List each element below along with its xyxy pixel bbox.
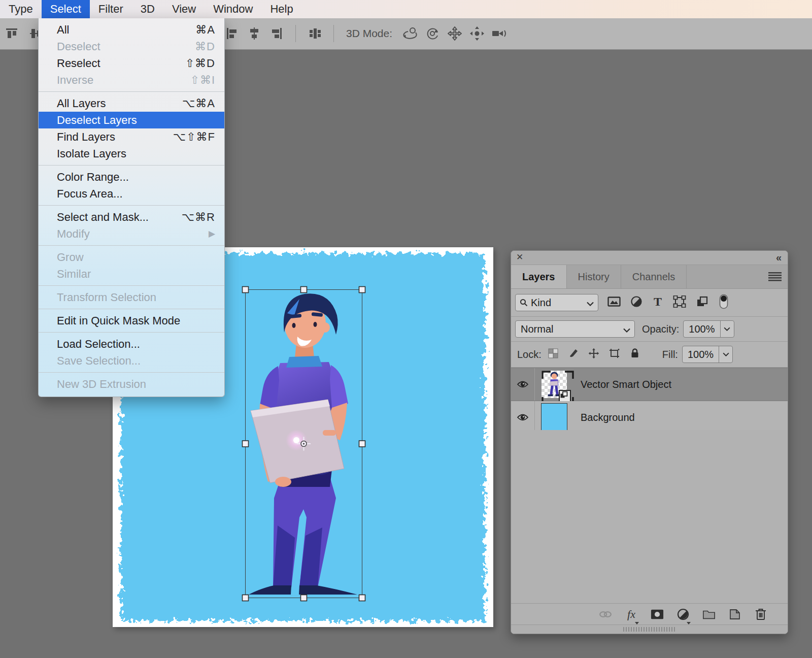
transform-handle-e[interactable]	[359, 441, 365, 447]
layer-thumbnail[interactable]	[542, 371, 567, 398]
menu-item-label: All Layers	[57, 97, 182, 110]
tab-channels[interactable]: Channels	[621, 265, 687, 288]
menu-item-label: Load Selection...	[57, 338, 215, 351]
align-right-edges-icon[interactable]	[268, 25, 285, 42]
menu-select[interactable]: Select	[42, 0, 90, 18]
svg-text:T: T	[654, 295, 662, 308]
layer-row-vector-smart-object[interactable]: Vector Smart Object	[511, 368, 788, 401]
delete-layer-trash-icon[interactable]	[754, 608, 767, 621]
menu-item-color-range[interactable]: Color Range...	[39, 169, 224, 185]
orbit-3d-camera-icon[interactable]	[401, 25, 419, 42]
chevron-down-icon[interactable]	[719, 346, 732, 363]
menu-item-shortcut: ⌥⇧⌘F	[173, 130, 215, 144]
menu-item-select-and-mask[interactable]: Select and Mask...⌥⌘R	[39, 209, 224, 225]
visibility-eye-icon[interactable]	[511, 368, 535, 401]
filter-pixel-layers-icon[interactable]	[607, 295, 621, 310]
menu-item-find-layers[interactable]: Find Layers⌥⇧⌘F	[39, 128, 224, 145]
menu-item-reselect[interactable]: Reselect⇧⌘D	[39, 55, 224, 72]
menu-filter[interactable]: Filter	[90, 0, 132, 18]
menu-bar: Type Select Filter 3D View Window Help	[0, 0, 812, 18]
menu-item-deselect: Deselect⌘D	[39, 38, 224, 55]
menu-item-deselect-layers[interactable]: Deselect Layers	[39, 112, 224, 128]
lock-pixels-brush-icon[interactable]	[568, 348, 579, 361]
transform-handle-s[interactable]	[301, 595, 307, 601]
layer-thumbnail[interactable]	[541, 403, 567, 432]
menu-separator	[39, 91, 224, 92]
transform-handle-n[interactable]	[301, 287, 307, 293]
menu-item-label: Grow	[57, 251, 215, 264]
panel-title-bar: ✕ «	[511, 251, 788, 265]
transform-handle-se[interactable]	[359, 595, 365, 601]
lock-row: Lock: Fill: 100%	[511, 342, 788, 368]
layer-row-background[interactable]: Background	[511, 401, 788, 434]
kind-filter-dropdown[interactable]: Kind	[515, 294, 598, 311]
slide-3d-camera-icon[interactable]	[468, 25, 486, 42]
transform-handle-nw[interactable]	[243, 287, 249, 293]
tab-layers[interactable]: Layers	[511, 265, 567, 288]
menu-item-edit-in-quick-mask-mode[interactable]: Edit in Quick Mask Mode	[39, 312, 224, 329]
new-layer-icon[interactable]	[728, 608, 741, 621]
lock-all-icon[interactable]	[630, 348, 640, 361]
menu-3d[interactable]: 3D	[132, 0, 163, 18]
blend-row: Normal Opacity: 100%	[511, 317, 788, 342]
align-horizontal-centers-icon[interactable]	[246, 25, 263, 42]
fill-label: Fill:	[662, 349, 678, 360]
menu-item-label: All	[57, 23, 195, 37]
distribute-horizontal-centers-icon[interactable]	[306, 25, 323, 42]
chevron-down-icon[interactable]	[720, 321, 734, 337]
3d-mode-label: 3D Mode:	[346, 27, 392, 40]
menu-item-label: New 3D Extrusion	[57, 378, 215, 391]
menu-item-label: Similar	[57, 268, 215, 281]
photoshop-workspace: 3D Mode: Type Select Filter 3D View Wind…	[0, 0, 812, 658]
layer-style-fx-icon[interactable]: fx	[625, 608, 638, 621]
zoom-3d-camera-icon[interactable]	[491, 25, 508, 42]
filter-smart-objects-icon[interactable]	[696, 295, 709, 310]
pan-3d-camera-icon[interactable]	[446, 25, 463, 42]
panel-resize-grip[interactable]	[511, 624, 788, 634]
filter-toggle-icon[interactable]	[719, 294, 729, 311]
chevron-down-icon	[587, 297, 594, 309]
fill-input[interactable]: 100%	[682, 346, 733, 363]
lock-position-icon[interactable]	[588, 348, 599, 361]
menu-separator	[39, 245, 224, 246]
menu-item-all-layers[interactable]: All Layers⌥⌘A	[39, 95, 224, 112]
transform-handle-sw[interactable]	[243, 595, 249, 601]
close-icon[interactable]: ✕	[516, 252, 523, 262]
menu-item-label: Reselect	[57, 57, 185, 70]
menu-help[interactable]: Help	[261, 0, 301, 18]
filter-adjustment-layers-icon[interactable]	[630, 295, 642, 310]
menu-item-load-selection[interactable]: Load Selection...	[39, 336, 224, 352]
link-layers-icon[interactable]	[599, 608, 612, 621]
lock-artboard-icon[interactable]	[608, 348, 621, 361]
blend-mode-dropdown[interactable]: Normal	[515, 320, 635, 338]
filter-type-layers-icon[interactable]: T	[652, 295, 663, 310]
menu-item-label: Inverse	[57, 74, 190, 87]
adjustment-layer-icon[interactable]	[676, 608, 690, 621]
lock-transparency-icon[interactable]	[548, 348, 559, 361]
filter-shape-layers-icon[interactable]	[673, 295, 686, 310]
new-group-folder-icon[interactable]	[702, 608, 716, 621]
menu-item-shortcut: ⇧⌘I	[190, 74, 215, 87]
menu-item-grow: Grow	[39, 249, 224, 266]
opacity-label: Opacity:	[642, 323, 679, 335]
menu-item-focus-area[interactable]: Focus Area...	[39, 185, 224, 202]
menu-view[interactable]: View	[163, 0, 205, 18]
tab-history[interactable]: History	[567, 265, 621, 288]
menu-item-all[interactable]: All⌘A	[39, 21, 224, 38]
menu-item-transform-selection: Transform Selection	[39, 289, 224, 306]
transform-handle-ne[interactable]	[359, 287, 365, 293]
menu-window[interactable]: Window	[205, 0, 261, 18]
align-top-edges-icon[interactable]	[3, 25, 20, 42]
panel-menu-icon[interactable]	[768, 272, 782, 283]
roll-3d-camera-icon[interactable]	[424, 25, 441, 42]
add-layer-mask-icon[interactable]	[651, 608, 664, 621]
visibility-eye-icon[interactable]	[511, 401, 535, 434]
collapse-panel-icon[interactable]: «	[776, 252, 781, 264]
menu-item-shortcut: ⌥⌘A	[182, 97, 215, 110]
menu-type[interactable]: Type	[0, 0, 42, 18]
opacity-input[interactable]: 100%	[683, 320, 734, 338]
align-left-edges-icon[interactable]	[223, 25, 241, 42]
menu-item-isolate-layers[interactable]: Isolate Layers	[39, 145, 224, 162]
transform-handle-w[interactable]	[243, 441, 249, 447]
grip-lines	[623, 627, 676, 632]
